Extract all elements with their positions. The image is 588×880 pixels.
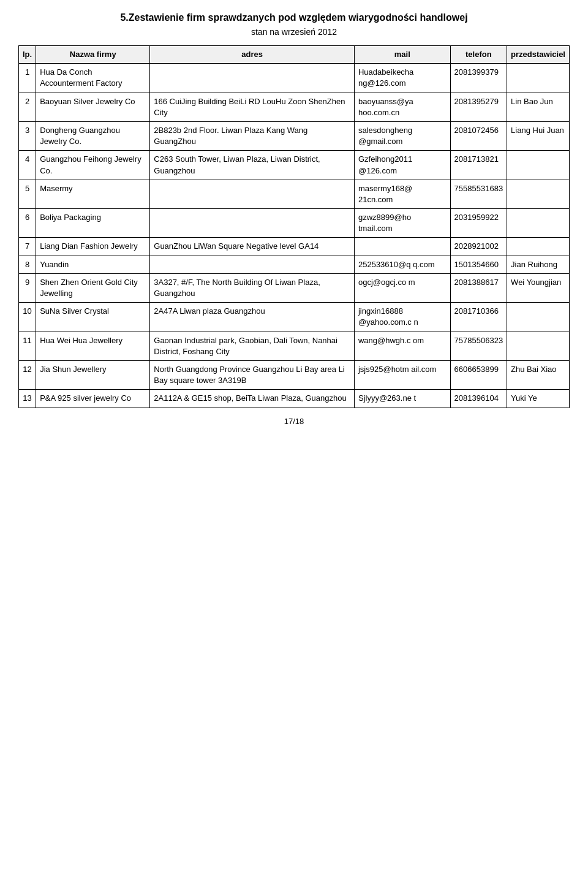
cell-adres: [150, 180, 355, 208]
cell-przedstawiciel: [507, 332, 570, 360]
cell-nazwa: Shen Zhen Orient Gold City Jewelling: [36, 273, 150, 302]
cell-przedstawiciel: Jian Ruihong: [507, 256, 570, 273]
cell-nazwa: SuNa Silver Crystal: [36, 303, 150, 332]
cell-adres: North Guangdong Province Guangzhou Li Ba…: [150, 360, 355, 389]
cell-lp: 8: [19, 256, 36, 273]
cell-adres: 2B823b 2nd Floor. Liwan Plaza Kang Wang …: [150, 121, 355, 150]
table-row: 11Hua Wei Hua JewelleryGaonan Industrial…: [19, 332, 570, 360]
cell-telefon: 75785506323: [450, 332, 507, 360]
table-row: 13P&A 925 silver jewelry Co2A112A & GE15…: [19, 390, 570, 408]
cell-adres: Gaonan Industrial park, Gaobian, Dali To…: [150, 332, 355, 360]
cell-mail: jsjs925@hotm ail.com: [354, 360, 450, 389]
table-row: 9Shen Zhen Orient Gold City Jewelling3A3…: [19, 273, 570, 302]
table-row: 4Guangzhou Feihong Jewelry Co.C263 South…: [19, 151, 570, 180]
table-row: 12Jia Shun JewelleryNorth Guangdong Prov…: [19, 360, 570, 389]
cell-adres: [150, 64, 355, 93]
page-footer: 17/18: [18, 417, 570, 426]
cell-lp: 3: [19, 121, 36, 150]
cell-nazwa: Baoyuan Silver Jewelry Co: [36, 93, 150, 121]
table-row: 7Liang Dian Fashion JewelryGuanZhou LiWa…: [19, 238, 570, 256]
cell-nazwa: Guangzhou Feihong Jewelry Co.: [36, 151, 150, 180]
cell-lp: 9: [19, 273, 36, 302]
cell-nazwa: Yuandin: [36, 256, 150, 273]
cell-mail: [354, 238, 450, 256]
cell-przedstawiciel: [507, 151, 570, 180]
cell-telefon: 2081388617: [450, 273, 507, 302]
cell-lp: 11: [19, 332, 36, 360]
cell-przedstawiciel: Yuki Ye: [507, 390, 570, 408]
cell-nazwa: P&A 925 silver jewelry Co: [36, 390, 150, 408]
cell-mail: salesdongheng @gmail.com: [354, 121, 450, 150]
cell-telefon: 2031959922: [450, 209, 507, 238]
page-title: 5.Zestawienie firm sprawdzanych pod wzgl…: [18, 12, 570, 23]
cell-przedstawiciel: [507, 64, 570, 93]
table-row: 10SuNa Silver Crystal2A47A Liwan plaza G…: [19, 303, 570, 332]
cell-telefon: 2081710366: [450, 303, 507, 332]
cell-telefon: 2081713821: [450, 151, 507, 180]
column-header: telefon: [450, 46, 507, 64]
companies-table: lp.Nazwa firmyadresmailtelefonprzedstawi…: [18, 45, 570, 408]
table-row: 6Boliya Packaginggzwz8899@ho tmail.com20…: [19, 209, 570, 238]
cell-mail: masermy168@ 21cn.com: [354, 180, 450, 208]
cell-mail: baoyuanss@ya hoo.com.cn: [354, 93, 450, 121]
cell-adres: 2A47A Liwan plaza Guangzhou: [150, 303, 355, 332]
cell-telefon: 2081396104: [450, 390, 507, 408]
table-row: 5Masermymasermy168@ 21cn.com75585531683: [19, 180, 570, 208]
cell-nazwa: Boliya Packaging: [36, 209, 150, 238]
cell-przedstawiciel: [507, 209, 570, 238]
cell-adres: [150, 256, 355, 273]
table-row: 2Baoyuan Silver Jewelry Co166 CuiJing Bu…: [19, 93, 570, 121]
cell-telefon: 2081395279: [450, 93, 507, 121]
cell-przedstawiciel: Liang Hui Juan: [507, 121, 570, 150]
cell-mail: 252533610@q q.com: [354, 256, 450, 273]
cell-nazwa: Hua Wei Hua Jewellery: [36, 332, 150, 360]
cell-telefon: 2081399379: [450, 64, 507, 93]
cell-lp: 2: [19, 93, 36, 121]
cell-lp: 10: [19, 303, 36, 332]
cell-mail: ogcj@ogcj.co m: [354, 273, 450, 302]
cell-adres: 2A112A & GE15 shop, BeiTa Liwan Plaza, G…: [150, 390, 355, 408]
cell-lp: 1: [19, 64, 36, 93]
table-header-row: lp.Nazwa firmyadresmailtelefonprzedstawi…: [19, 46, 570, 64]
cell-lp: 7: [19, 238, 36, 256]
column-header: adres: [150, 46, 355, 64]
cell-przedstawiciel: [507, 303, 570, 332]
cell-telefon: 2028921002: [450, 238, 507, 256]
cell-lp: 6: [19, 209, 36, 238]
cell-przedstawiciel: Lin Bao Jun: [507, 93, 570, 121]
cell-telefon: 1501354660: [450, 256, 507, 273]
cell-adres: 3A327, #/F, The North Building Of Liwan …: [150, 273, 355, 302]
column-header: mail: [354, 46, 450, 64]
cell-lp: 12: [19, 360, 36, 389]
cell-nazwa: Jia Shun Jewellery: [36, 360, 150, 389]
cell-mail: jingxin16888 @yahoo.com.c n: [354, 303, 450, 332]
cell-przedstawiciel: [507, 180, 570, 208]
page-subtitle: stan na wrzesień 2012: [18, 27, 570, 37]
column-header: Nazwa firmy: [36, 46, 150, 64]
cell-lp: 5: [19, 180, 36, 208]
cell-mail: gzwz8899@ho tmail.com: [354, 209, 450, 238]
cell-lp: 13: [19, 390, 36, 408]
cell-nazwa: Liang Dian Fashion Jewelry: [36, 238, 150, 256]
cell-adres: 166 CuiJing Building BeiLi RD LouHu Zoon…: [150, 93, 355, 121]
table-row: 1Hua Da Conch Accounterment FactoryHuada…: [19, 64, 570, 93]
column-header: przedstawiciel: [507, 46, 570, 64]
cell-przedstawiciel: Zhu Bai Xiao: [507, 360, 570, 389]
cell-nazwa: Masermy: [36, 180, 150, 208]
cell-adres: [150, 209, 355, 238]
cell-adres: C263 South Tower, Liwan Plaza, Liwan Dis…: [150, 151, 355, 180]
cell-telefon: 75585531683: [450, 180, 507, 208]
cell-telefon: 2081072456: [450, 121, 507, 150]
table-row: 8Yuandin252533610@q q.com1501354660Jian …: [19, 256, 570, 273]
table-body: 1Hua Da Conch Accounterment FactoryHuada…: [19, 64, 570, 408]
cell-przedstawiciel: [507, 238, 570, 256]
cell-adres: GuanZhou LiWan Square Negative level GA1…: [150, 238, 355, 256]
cell-mail: Huadabeikecha ng@126.com: [354, 64, 450, 93]
cell-mail: Gzfeihong2011 @126.com: [354, 151, 450, 180]
cell-nazwa: Hua Da Conch Accounterment Factory: [36, 64, 150, 93]
cell-przedstawiciel: Wei Youngjian: [507, 273, 570, 302]
cell-mail: wang@hwgh.c om: [354, 332, 450, 360]
cell-nazwa: Dongheng Guangzhou Jewelry Co.: [36, 121, 150, 150]
cell-mail: Sjlyyy@263.ne t: [354, 390, 450, 408]
cell-telefon: 6606653899: [450, 360, 507, 389]
